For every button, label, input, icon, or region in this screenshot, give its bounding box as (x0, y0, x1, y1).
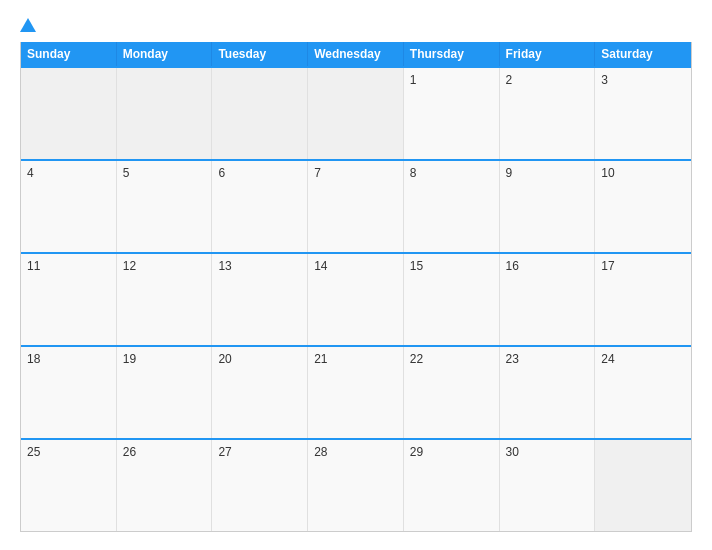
day-number: 27 (218, 445, 231, 459)
calendar-day-12: 12 (117, 254, 213, 345)
calendar-day-3: 3 (595, 68, 691, 159)
calendar-day-10: 10 (595, 161, 691, 252)
calendar-day-5: 5 (117, 161, 213, 252)
calendar-day-1: 1 (404, 68, 500, 159)
day-number: 16 (506, 259, 519, 273)
calendar-day-11: 11 (21, 254, 117, 345)
day-number: 26 (123, 445, 136, 459)
day-number: 30 (506, 445, 519, 459)
day-number: 17 (601, 259, 614, 273)
weekday-header-monday: Monday (117, 42, 213, 66)
weekday-header-wednesday: Wednesday (308, 42, 404, 66)
weekday-header-saturday: Saturday (595, 42, 691, 66)
calendar-day-19: 19 (117, 347, 213, 438)
calendar-week-2: 45678910 (21, 159, 691, 252)
calendar-day-2: 2 (500, 68, 596, 159)
calendar-day-empty (212, 68, 308, 159)
day-number: 12 (123, 259, 136, 273)
calendar-week-4: 18192021222324 (21, 345, 691, 438)
calendar-day-empty (308, 68, 404, 159)
day-number: 14 (314, 259, 327, 273)
logo (20, 18, 38, 32)
calendar-day-28: 28 (308, 440, 404, 531)
day-number: 24 (601, 352, 614, 366)
weekday-header-sunday: Sunday (21, 42, 117, 66)
day-number: 15 (410, 259, 423, 273)
calendar-day-16: 16 (500, 254, 596, 345)
day-number: 7 (314, 166, 321, 180)
calendar-day-17: 17 (595, 254, 691, 345)
day-number: 19 (123, 352, 136, 366)
day-number: 18 (27, 352, 40, 366)
calendar-day-21: 21 (308, 347, 404, 438)
calendar-day-9: 9 (500, 161, 596, 252)
weekday-header-thursday: Thursday (404, 42, 500, 66)
calendar-page: SundayMondayTuesdayWednesdayThursdayFrid… (0, 0, 712, 550)
calendar-day-4: 4 (21, 161, 117, 252)
calendar-week-3: 11121314151617 (21, 252, 691, 345)
calendar-grid: SundayMondayTuesdayWednesdayThursdayFrid… (20, 42, 692, 532)
calendar-day-30: 30 (500, 440, 596, 531)
calendar-day-22: 22 (404, 347, 500, 438)
day-number: 3 (601, 73, 608, 87)
calendar-day-15: 15 (404, 254, 500, 345)
day-number: 1 (410, 73, 417, 87)
calendar-day-empty (21, 68, 117, 159)
day-number: 10 (601, 166, 614, 180)
calendar-day-8: 8 (404, 161, 500, 252)
day-number: 9 (506, 166, 513, 180)
calendar-body: 1234567891011121314151617181920212223242… (21, 66, 691, 531)
day-number: 29 (410, 445, 423, 459)
calendar-day-13: 13 (212, 254, 308, 345)
calendar-header-row: SundayMondayTuesdayWednesdayThursdayFrid… (21, 42, 691, 66)
calendar-day-29: 29 (404, 440, 500, 531)
calendar-week-1: 123 (21, 66, 691, 159)
calendar-day-18: 18 (21, 347, 117, 438)
day-number: 5 (123, 166, 130, 180)
calendar-day-7: 7 (308, 161, 404, 252)
weekday-header-friday: Friday (500, 42, 596, 66)
day-number: 20 (218, 352, 231, 366)
calendar-week-5: 252627282930 (21, 438, 691, 531)
logo-triangle-icon (20, 18, 36, 32)
calendar-day-25: 25 (21, 440, 117, 531)
calendar-day-empty (595, 440, 691, 531)
calendar-day-23: 23 (500, 347, 596, 438)
calendar-day-24: 24 (595, 347, 691, 438)
day-number: 25 (27, 445, 40, 459)
day-number: 8 (410, 166, 417, 180)
calendar-day-empty (117, 68, 213, 159)
calendar-day-20: 20 (212, 347, 308, 438)
day-number: 28 (314, 445, 327, 459)
calendar-day-14: 14 (308, 254, 404, 345)
day-number: 6 (218, 166, 225, 180)
day-number: 21 (314, 352, 327, 366)
header (20, 18, 692, 32)
weekday-header-tuesday: Tuesday (212, 42, 308, 66)
day-number: 11 (27, 259, 40, 273)
logo-blue-row (20, 18, 38, 32)
calendar-day-26: 26 (117, 440, 213, 531)
day-number: 23 (506, 352, 519, 366)
day-number: 13 (218, 259, 231, 273)
day-number: 4 (27, 166, 34, 180)
calendar-day-6: 6 (212, 161, 308, 252)
calendar-day-27: 27 (212, 440, 308, 531)
day-number: 22 (410, 352, 423, 366)
day-number: 2 (506, 73, 513, 87)
